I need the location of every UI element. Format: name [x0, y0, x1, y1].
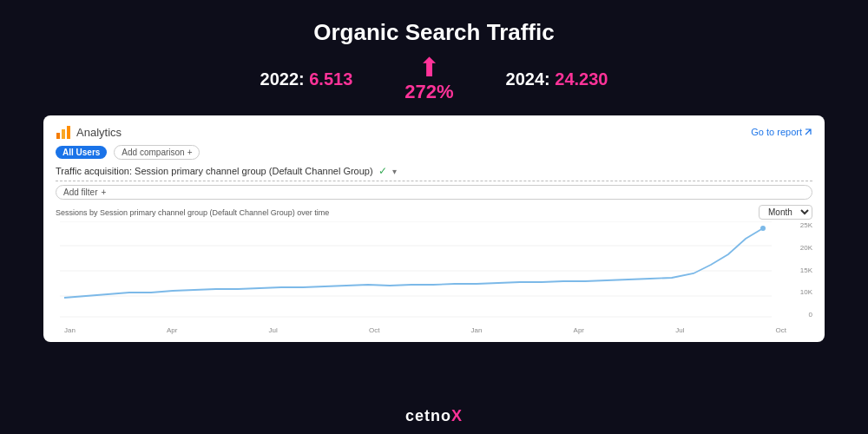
page-title: Organic Search Traffic	[313, 19, 554, 46]
stat-2022-label: 2022:	[260, 69, 305, 89]
month-selector[interactable]: Month Week Day	[759, 205, 812, 220]
filter-row: All Users Add comparison +	[56, 145, 812, 160]
analytics-app-label: Analytics	[76, 126, 122, 139]
chart-subtitle: Sessions by Session primary channel grou…	[56, 208, 329, 217]
footer: cetnoX	[405, 407, 463, 434]
stats-row: 2022: 6.513 ⬆ 272% 2024: 24.230	[260, 55, 608, 103]
svg-rect-0	[56, 133, 60, 139]
go-to-report-link[interactable]: Go to report	[751, 127, 812, 137]
traffic-title: Traffic acquisition: Session primary cha…	[56, 166, 373, 176]
analytics-bar-icon	[56, 124, 71, 140]
x-axis-labels: Jan Apr Jul Oct Jan Apr Jul Oct	[56, 325, 812, 334]
brand-name-x: X	[451, 407, 463, 424]
svg-rect-2	[67, 126, 70, 139]
card-header: Analytics Go to report	[56, 124, 812, 140]
traffic-row: Traffic acquisition: Session primary cha…	[56, 165, 812, 181]
add-filter-button[interactable]: Add filter +	[56, 185, 812, 200]
line-chart-svg	[60, 221, 789, 321]
stat-2024-label: 2024:	[506, 69, 550, 89]
stat-2022: 2022: 6.513	[260, 69, 353, 89]
y-axis-labels: 25K 20K 15K 10K 0	[800, 221, 812, 326]
card-logo-area: Analytics	[56, 124, 122, 140]
add-comparison-button[interactable]: Add comparison +	[114, 145, 200, 160]
growth-block: ⬆ 272%	[404, 55, 453, 103]
all-users-badge[interactable]: All Users	[56, 146, 107, 159]
chart-svg-container: 25K 20K 15K 10K 0 Jan	[56, 221, 812, 334]
svg-point-8	[760, 226, 766, 231]
stat-2024-value: 24.230	[555, 69, 608, 89]
growth-arrow-icon: ⬆	[418, 55, 440, 81]
brand-name-start: cetno	[405, 407, 451, 424]
analytics-card: Analytics Go to report All Users Add com…	[43, 115, 825, 342]
chart-top-row: Sessions by Session primary channel grou…	[56, 205, 812, 220]
caret-icon: ▾	[392, 167, 397, 176]
chart-area: Sessions by Session primary channel grou…	[56, 205, 812, 335]
brand-logo: cetnoX	[405, 407, 463, 425]
check-icon: ✓	[378, 165, 387, 177]
external-link-icon	[804, 128, 812, 136]
growth-percentage: 272%	[404, 81, 453, 103]
svg-rect-1	[62, 129, 65, 139]
stat-2022-value: 6.513	[309, 69, 352, 89]
stat-2024: 2024: 24.230	[506, 69, 608, 89]
